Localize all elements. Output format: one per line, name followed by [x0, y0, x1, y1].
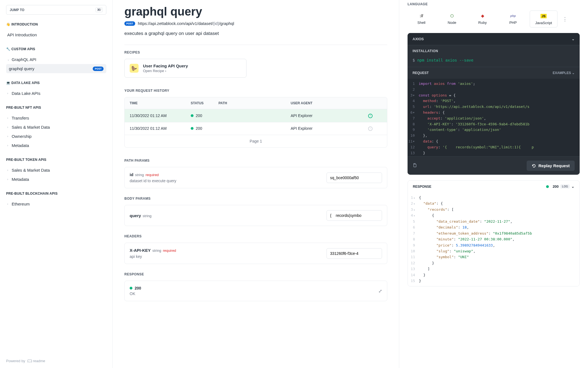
status-dot-icon: [191, 114, 194, 117]
sidebar-item[interactable]: ›Ownership: [6, 132, 106, 141]
response-status-dropdown[interactable]: 200 LOG ⌄: [546, 184, 574, 189]
param-apikey: X-API-KEYstringrequired api key: [124, 243, 387, 264]
table-row[interactable]: 11/30/2022 01:12 AM200API Explorer!: [125, 109, 387, 122]
javascript-icon: JS: [531, 13, 556, 19]
examples-dropdown[interactable]: EXAMPLES ⌄: [553, 71, 575, 75]
recipe-card[interactable]: 🦫 User Facing API Query Open Recipe ›: [124, 59, 247, 78]
sidebar-item-label: API Introduction: [7, 32, 37, 37]
jump-to-button[interactable]: JUMP TO ⌘/: [6, 5, 106, 15]
shell-icon: ://: [409, 13, 434, 19]
response-label: RESPONSE: [413, 185, 431, 189]
param-query: querystring: [124, 205, 387, 226]
sidebar-item[interactable]: API Introduction: [6, 30, 106, 39]
sidebar-item[interactable]: ›Metadata: [6, 175, 106, 184]
sidebar-item-label: Metadata: [12, 143, 29, 148]
sidebar-item[interactable]: ⌄GraphQL API: [6, 55, 106, 64]
sidebar-item[interactable]: ›Transfers: [6, 113, 106, 123]
path-params-heading: PATH PARAMS: [124, 159, 387, 163]
lang-tab-node[interactable]: ⬡Node: [438, 11, 466, 27]
divider: [124, 45, 387, 45]
id-input[interactable]: [326, 172, 382, 183]
chevron-right-icon: ›: [165, 69, 166, 73]
replay-request-button[interactable]: Replay Request: [527, 161, 575, 171]
node-icon: ⬡: [439, 13, 465, 19]
lang-tab-php[interactable]: phpPHP: [499, 11, 527, 27]
response-200[interactable]: 200 OK ⤢: [124, 281, 387, 301]
table-row[interactable]: 11/30/2022 01:12 AM200API Explorer!: [125, 122, 387, 135]
request-label: REQUEST: [413, 71, 429, 75]
sidebar-item[interactable]: ›Sales & Market Data: [6, 166, 106, 175]
recipes-heading: RECIPES: [124, 50, 387, 54]
response-heading: RESPONSE: [124, 272, 387, 276]
method-badge: POST: [93, 67, 104, 71]
col-path: PATH: [218, 101, 291, 105]
chevron-icon: ›: [7, 178, 10, 181]
chevron-down-icon[interactable]: ⌄: [572, 37, 575, 41]
copy-button[interactable]: [413, 163, 417, 169]
nav-heading: 👋 INTRODUCTION: [6, 22, 106, 26]
sidebar-item[interactable]: ›Sales & Market Data: [6, 123, 106, 132]
expand-icon[interactable]: ⤢: [378, 288, 382, 294]
status-dot-icon: [191, 127, 194, 130]
install-label: INSTALLATION: [408, 45, 580, 57]
info-icon: !: [368, 114, 373, 118]
axios-label: AXIOS: [413, 37, 424, 41]
history-page: Page 1: [125, 135, 387, 147]
language-heading: LANGUAGE: [408, 2, 580, 6]
chevron-icon: ⌄: [7, 58, 10, 61]
lang-tab-shell[interactable]: ://Shell: [408, 11, 435, 27]
status-dot-icon: [546, 185, 549, 188]
ruby-icon: ◆: [470, 13, 495, 19]
chevron-icon: ›: [7, 169, 10, 172]
main-content: graphql query POST https://api.zettabloc…: [113, 0, 399, 368]
response-panel: RESPONSE 200 LOG ⌄ 1▾{2▾ "data": {3▾ "re…: [408, 180, 580, 286]
status-dot-icon: [130, 287, 132, 290]
sidebar: JUMP TO ⌘/ 👋 INTRODUCTIONAPI Introductio…: [0, 0, 113, 368]
sidebar-item[interactable]: ›Ethereum: [6, 199, 106, 209]
apikey-input[interactable]: [326, 248, 382, 259]
page-title: graphql query: [124, 5, 387, 18]
endpoint-url: https://api.zettablock.com/api/v1/datase…: [138, 21, 234, 26]
chevron-icon: ›: [7, 135, 10, 138]
nav-heading: 💻 DATA LAKE APIS: [6, 81, 106, 85]
info-icon: !: [368, 126, 373, 131]
powered-by: Powered by readme: [6, 359, 106, 363]
sidebar-item[interactable]: graphql queryPOST: [6, 64, 106, 73]
php-icon: php: [500, 13, 526, 19]
query-input[interactable]: [326, 210, 382, 221]
chevron-icon: ›: [7, 144, 10, 147]
sidebar-item-label: Transfers: [12, 116, 29, 120]
sidebar-item-label: Sales & Market Data: [12, 168, 50, 172]
readme-logo[interactable]: readme: [27, 359, 45, 363]
request-panel: AXIOS ⌄ INSTALLATION $ npm install axios…: [408, 33, 580, 175]
shortcut-badge: ⌘/: [96, 7, 103, 12]
more-languages-button[interactable]: ⋮: [560, 16, 570, 22]
sidebar-item-label: Metadata: [12, 177, 29, 182]
sidebar-item-label: Ownership: [12, 134, 32, 139]
lang-tab-javascript[interactable]: JSJavaScript: [530, 11, 557, 27]
recipe-title: User Facing API Query: [143, 64, 188, 68]
nav-heading: PRE-BUILT NFT APIS: [6, 106, 106, 110]
sidebar-item[interactable]: ›Metadata: [6, 141, 106, 150]
jump-to-label: JUMP TO: [10, 8, 24, 12]
response-body[interactable]: 1▾{2▾ "data": {3▾ "records": [4▾ {5 "dat…: [408, 192, 579, 286]
history-table: TIME STATUS PATH USER AGENT 11/30/2022 0…: [124, 97, 387, 148]
endpoint-line: POST https://api.zettablock.com/api/v1/d…: [124, 21, 387, 26]
svg-rect-0: [414, 164, 416, 167]
nav-heading: 🔧 CUSTOM APIS: [6, 47, 106, 51]
history-heading: YOUR REQUEST HISTORY: [124, 89, 387, 93]
col-status: STATUS: [191, 101, 218, 105]
sidebar-item-label: GraphQL API: [12, 57, 36, 62]
recipe-open-link[interactable]: Open Recipe ›: [143, 69, 188, 73]
nav-heading: PRE-BUILT TOKEN APIS: [6, 158, 106, 162]
chevron-icon: ›: [7, 126, 10, 129]
chevron-icon: ›: [7, 92, 10, 95]
code-editor[interactable]: 1import axios from 'axios';23▾const opti…: [408, 79, 580, 156]
sidebar-item-label: Ethereum: [12, 202, 30, 206]
method-badge: POST: [124, 21, 135, 26]
recipe-icon: 🦫: [130, 64, 139, 73]
lang-tab-ruby[interactable]: ◆Ruby: [469, 11, 496, 27]
sidebar-item[interactable]: ›Data Lake APIs: [6, 89, 106, 98]
description: executes a graphql query on user api dat…: [124, 31, 387, 36]
sidebar-item-label: Data Lake APIs: [12, 91, 40, 96]
